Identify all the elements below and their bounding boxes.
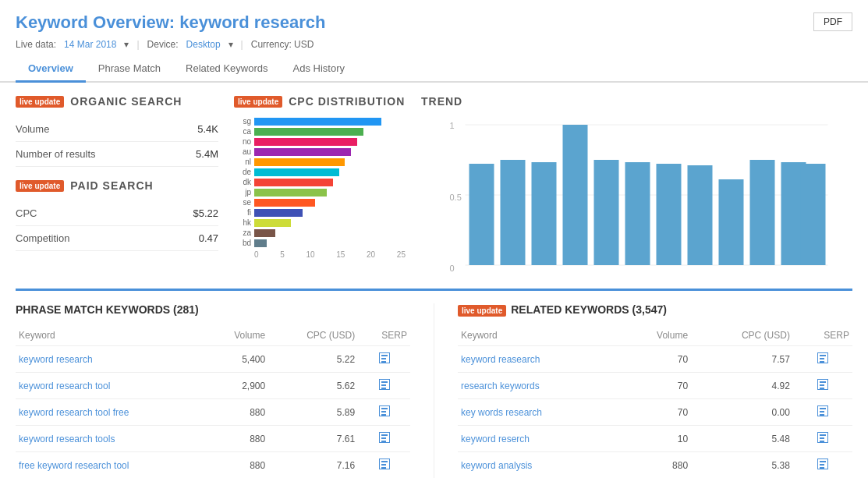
page-title: Keyword Overview: keyword research <box>16 12 325 33</box>
cpc-cell: 7.16 <box>268 452 358 479</box>
volume-cell: 70 <box>621 399 691 426</box>
competition-label: Competition <box>16 232 69 244</box>
cpc-cell: 5.22 <box>268 346 358 373</box>
cpc-value: $5.22 <box>193 207 218 219</box>
tab-overview[interactable]: Overview <box>16 56 86 83</box>
cpc-dist-live-badge: live update <box>234 96 282 108</box>
keyword-link[interactable]: keyword analysis <box>461 460 532 471</box>
page-header: Keyword Overview: keyword research PDF <box>0 0 868 39</box>
phrase-col-volume: Volume <box>207 325 268 346</box>
svg-rect-14 <box>719 179 744 265</box>
organic-results-row: Number of results 5.4M <box>16 142 218 167</box>
related-col-cpc: CPC (USD) <box>691 325 793 346</box>
cpc-cell: 0.00 <box>691 399 793 426</box>
tab-phrase-match[interactable]: Phrase Match <box>86 56 173 83</box>
pdf-button[interactable]: PDF <box>813 12 852 31</box>
serp-icon <box>817 379 828 390</box>
section-divider <box>434 303 434 478</box>
kw-cell: keyword analysis <box>458 452 621 479</box>
trend-chart: 1 0.5 0 <box>421 117 852 273</box>
serp-icon <box>817 405 828 416</box>
keyword-link[interactable]: key words research <box>461 407 542 418</box>
serp-cell <box>358 346 410 373</box>
serp-cell <box>793 399 852 426</box>
keyword-link[interactable]: free keyword research tool <box>19 460 129 471</box>
table-row: free keyword research tool 880 7.16 <box>16 452 410 479</box>
svg-rect-7 <box>501 160 526 265</box>
tab-related-keywords[interactable]: Related Keywords <box>173 56 281 83</box>
related-live-badge: live update <box>458 305 506 317</box>
paid-live-badge: live update <box>16 180 64 192</box>
cpc-distribution-section: live update CPC DISTRIBUTION sg ca no au… <box>234 95 406 273</box>
keyword-link[interactable]: keyword reasearch <box>461 354 540 365</box>
bottom-section: PHRASE MATCH KEYWORDS (281) Keyword Volu… <box>16 289 852 478</box>
serp-cell <box>358 426 410 452</box>
device-dropdown-icon[interactable]: ▾ <box>229 39 233 50</box>
live-data-label: Live data: <box>16 39 56 50</box>
serp-cell <box>358 373 410 399</box>
cpc-chart: sg ca no au nl de dk jp se fi hk za bd 0… <box>234 117 406 259</box>
volume-cell: 2,900 <box>207 373 268 399</box>
table-row: keyword research tool free 880 5.89 <box>16 399 410 426</box>
cpc-cell: 5.89 <box>268 399 358 426</box>
phrase-match-table-title: PHRASE MATCH KEYWORDS (281) <box>16 303 410 316</box>
cpc-dist-title: CPC DISTRIBUTION <box>289 95 405 108</box>
kw-cell: key words research <box>458 399 621 426</box>
top-row: live update ORGANIC SEARCH Volume 5.4K N… <box>16 95 852 273</box>
related-col-serp: SERP <box>793 325 852 346</box>
keyword-link[interactable]: keyword research tool free <box>19 407 129 418</box>
keyword-link[interactable]: keyword research tools <box>19 434 115 444</box>
organic-search-section: live update ORGANIC SEARCH Volume 5.4K N… <box>16 95 218 273</box>
table-row: research keywords 70 4.92 <box>458 373 852 399</box>
competition-row: Competition 0.47 <box>16 226 218 251</box>
dropdown-icon[interactable]: ▾ <box>124 39 129 50</box>
serp-cell <box>793 426 852 452</box>
phrase-match-table: Keyword Volume CPC (USD) SERP keyword re… <box>16 325 410 478</box>
organic-search-header: live update ORGANIC SEARCH <box>16 95 218 108</box>
keyword-link[interactable]: research keywords <box>461 381 540 391</box>
svg-text:0: 0 <box>450 264 455 273</box>
serp-cell <box>358 399 410 426</box>
paid-search-section: live update PAID SEARCH CPC $5.22 Compet… <box>16 179 218 251</box>
keyword-link[interactable]: keyword research tool <box>19 381 110 391</box>
svg-rect-15 <box>750 160 775 265</box>
svg-rect-10 <box>594 160 619 265</box>
volume-cell: 10 <box>621 426 691 452</box>
volume-cell: 880 <box>621 452 691 479</box>
competition-value: 0.47 <box>199 232 218 244</box>
tabs-bar: Overview Phrase Match Related Keywords A… <box>0 56 868 83</box>
related-col-volume: Volume <box>621 325 691 346</box>
related-keywords-table-title: live updateRELATED KEYWORDS (3,547) <box>458 303 852 316</box>
volume-cell: 880 <box>207 426 268 452</box>
svg-rect-8 <box>532 162 557 265</box>
serp-icon <box>817 459 828 469</box>
related-col-keyword: Keyword <box>458 325 621 346</box>
keyword-link[interactable]: keyword research <box>19 354 93 365</box>
cpc-cell: 7.57 <box>691 346 793 373</box>
table-row: keyword reasearch 70 7.57 <box>458 346 852 373</box>
phrase-col-keyword: Keyword <box>16 325 207 346</box>
svg-text:0.5: 0.5 <box>450 193 462 202</box>
trend-svg: 1 0.5 0 <box>421 117 852 273</box>
tab-ads-history[interactable]: Ads History <box>281 56 357 83</box>
organic-volume-value: 5.4K <box>197 123 218 135</box>
cpc-cell: 5.48 <box>691 426 793 452</box>
serp-icon <box>379 379 390 390</box>
serp-icon <box>817 352 828 363</box>
svg-rect-9 <box>563 125 588 265</box>
table-row: keyword research 5,400 5.22 <box>16 346 410 373</box>
serp-cell <box>793 373 852 399</box>
kw-cell: keyword reasearch <box>458 346 621 373</box>
phrase-col-serp: SERP <box>358 325 410 346</box>
live-data-date[interactable]: 14 Mar 2018 <box>64 39 116 50</box>
organic-results-value: 5.4M <box>196 148 218 160</box>
organic-live-badge: live update <box>16 96 64 108</box>
volume-cell: 70 <box>621 346 691 373</box>
device-value[interactable]: Desktop <box>186 39 221 50</box>
table-row: keyword research tool 2,900 5.62 <box>16 373 410 399</box>
keyword-link[interactable]: keyword reserch <box>461 434 530 444</box>
svg-rect-13 <box>688 165 713 265</box>
volume-cell: 880 <box>207 399 268 426</box>
phrase-match-table-section: PHRASE MATCH KEYWORDS (281) Keyword Volu… <box>16 303 410 478</box>
organic-volume-label: Volume <box>16 123 49 135</box>
